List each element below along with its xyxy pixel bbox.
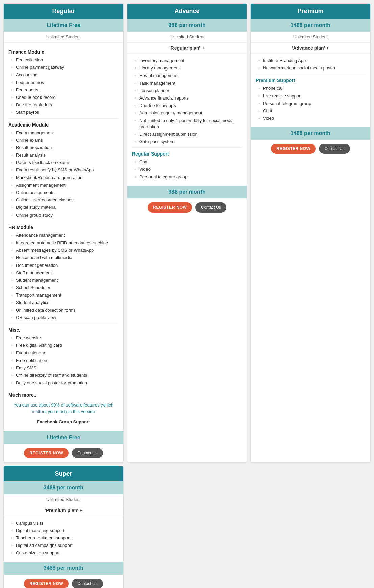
finance-list: Fee collection Online payment gateway Ac… bbox=[8, 56, 118, 116]
list-item: Exam management bbox=[11, 129, 118, 137]
list-item: Attendance management bbox=[11, 232, 118, 239]
list-item: Direct assignment submission bbox=[135, 131, 242, 138]
super-body: Campus visits Digital marketing support … bbox=[4, 516, 123, 560]
list-item: Staff management bbox=[11, 269, 118, 277]
list-item: QR scan profile view bbox=[11, 314, 118, 321]
list-item: Chat bbox=[135, 158, 242, 166]
list-item: No watermark on social media poster bbox=[258, 64, 366, 72]
list-item: Digital ad campaigns support bbox=[11, 542, 118, 549]
list-item: Gate pass system bbox=[135, 138, 242, 145]
list-item: Absent messages by SMS or WhatsApp bbox=[11, 247, 118, 254]
list-item: Free notification bbox=[11, 357, 118, 364]
list-item: Staff payroll bbox=[11, 109, 118, 116]
super-plan: Super 3488 per month Unlimited Student '… bbox=[3, 466, 124, 588]
list-item: Fee collection bbox=[11, 56, 118, 64]
list-item: Due fee reminders bbox=[11, 101, 118, 109]
premium-feature-list: Institute Branding App No watermark on s… bbox=[256, 57, 366, 72]
advance-feature-list: Inventory management Library management … bbox=[132, 57, 242, 145]
list-item: Admission enquiry management bbox=[135, 109, 242, 117]
list-item: Due fee follow-ups bbox=[135, 102, 242, 109]
regular-btn-row: REGISTER NOW Contact Us bbox=[4, 444, 123, 462]
list-item: Student management bbox=[11, 277, 118, 284]
super-btn-row: REGISTER NOW Contact Us bbox=[4, 575, 123, 588]
list-item: Online - live/recorded classes bbox=[11, 196, 118, 204]
list-item: Video bbox=[258, 115, 366, 122]
list-item: Accounting bbox=[11, 71, 118, 79]
regular-body: Finance Module Fee collection Online pay… bbox=[4, 43, 123, 430]
premium-support-title: Premium Support bbox=[256, 78, 366, 83]
list-item: Task management bbox=[135, 80, 242, 87]
misc-list: Free website Free digital visiting card … bbox=[8, 334, 118, 387]
advance-price: 988 per month bbox=[127, 19, 247, 32]
list-item: Institute Branding App bbox=[258, 57, 366, 64]
facebook-support: Facebook Group Support bbox=[8, 417, 118, 426]
advance-subtitle: Unlimited Student bbox=[127, 32, 247, 43]
list-item: Parents feedback on exams bbox=[11, 159, 118, 166]
list-item: Daily one social poster for promotion bbox=[11, 379, 118, 387]
advance-plan: Advance 988 per month Unlimited Student … bbox=[127, 3, 247, 463]
list-item: Unlimited data collection forms bbox=[11, 307, 118, 314]
list-item: Live remote support bbox=[258, 92, 366, 100]
list-item: Assignment management bbox=[11, 181, 118, 189]
list-item: Result preparation bbox=[11, 144, 118, 151]
list-item: Personal telegram group bbox=[135, 173, 242, 181]
advance-register-button[interactable]: REGISTER NOW bbox=[148, 202, 192, 213]
advance-contact-button[interactable]: Contact Us bbox=[195, 202, 226, 213]
super-header: Super bbox=[4, 466, 123, 481]
hr-module-title: HR Module bbox=[8, 225, 118, 230]
list-item: Teacher recruitment support bbox=[11, 534, 118, 542]
super-price: 3488 per month bbox=[4, 481, 123, 494]
list-item: Notice board with multimedia bbox=[11, 254, 118, 261]
super-price-bottom: 3488 per month bbox=[4, 562, 123, 575]
bottom-spacer-3 bbox=[250, 466, 371, 588]
academic-module-title: Academic Module bbox=[8, 122, 118, 128]
advance-btn-row: REGISTER NOW Contact Us bbox=[127, 198, 247, 217]
list-item: Advance financial reports bbox=[135, 94, 242, 102]
list-item: Marksheet/Report card generation bbox=[11, 174, 118, 181]
list-item: Customization support bbox=[11, 549, 118, 557]
regular-subtitle: Unlimited Student bbox=[4, 32, 123, 43]
much-more-label: Much more.. bbox=[8, 392, 118, 398]
list-item: Exam result notify by SMS or WhatsApp bbox=[11, 166, 118, 174]
list-item: Transport management bbox=[11, 291, 118, 299]
list-item: Ledger entries bbox=[11, 79, 118, 86]
advance-price-bottom: 988 per month bbox=[127, 186, 247, 198]
list-item: Online payment gateway bbox=[11, 64, 118, 71]
list-item: Free digital visiting card bbox=[11, 342, 118, 349]
premium-price-bottom: 1488 per month bbox=[251, 127, 370, 140]
misc-title: Misc. bbox=[8, 327, 118, 333]
list-item: Document generation bbox=[11, 262, 118, 269]
list-item: Easy SMS bbox=[11, 364, 118, 372]
regular-note: You can use about 90% of software featur… bbox=[8, 399, 118, 417]
premium-body: Institute Branding App No watermark on s… bbox=[251, 54, 370, 125]
list-item: Free website bbox=[11, 334, 118, 342]
regular-plan: Regular Lifetime Free Unlimited Student … bbox=[3, 3, 124, 463]
advance-plus: 'Regular plan' + bbox=[127, 43, 247, 54]
list-item: Chat bbox=[258, 107, 366, 115]
list-item: Library management bbox=[135, 64, 242, 72]
regular-header: Regular bbox=[4, 4, 123, 19]
list-item: Video bbox=[135, 166, 242, 173]
list-item: Inventory management bbox=[135, 57, 242, 64]
premium-register-button[interactable]: REGISTER NOW bbox=[271, 144, 316, 154]
regular-contact-button[interactable]: Contact Us bbox=[72, 448, 103, 458]
advance-support-list: Chat Video Personal telegram group bbox=[132, 158, 242, 181]
list-item: Fee reports bbox=[11, 86, 118, 94]
list-item: Integrated automatic RFID attendance mac… bbox=[11, 239, 118, 247]
super-register-button[interactable]: REGISTER NOW bbox=[24, 579, 69, 588]
list-item: Phone call bbox=[258, 85, 366, 92]
list-item: Lesson planner bbox=[135, 87, 242, 94]
premium-contact-button[interactable]: Contact Us bbox=[319, 144, 350, 154]
super-contact-button[interactable]: Contact Us bbox=[72, 579, 103, 588]
academic-list: Exam management Online exams Result prep… bbox=[8, 129, 118, 219]
list-item: Digital marketing support bbox=[11, 527, 118, 534]
list-item: Event calendar bbox=[11, 349, 118, 357]
list-item: Online assignments bbox=[11, 189, 118, 196]
list-item: Not limited to only 1 poster daily for s… bbox=[135, 117, 242, 131]
premium-subtitle: Unlimited Student bbox=[251, 32, 370, 43]
list-item: Hostel management bbox=[135, 72, 242, 79]
list-item: Student analytics bbox=[11, 299, 118, 306]
list-item: Offline directory of staff and students bbox=[11, 372, 118, 379]
regular-register-button[interactable]: REGISTER NOW bbox=[24, 448, 69, 458]
regular-price: Lifetime Free bbox=[4, 19, 123, 32]
